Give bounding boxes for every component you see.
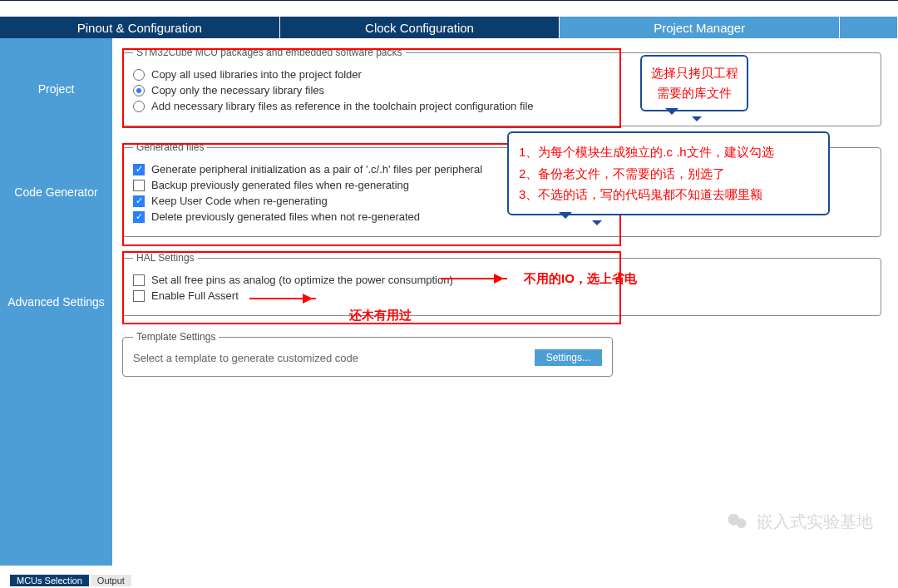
- wechat-icon: [725, 509, 750, 534]
- annotation-io: 不用的IO，选上省电: [524, 271, 637, 287]
- check-backup[interactable]: [133, 180, 145, 191]
- check-set-analog[interactable]: [133, 274, 145, 286]
- sidebar: Project Code Generator Advanced Settings: [0, 38, 112, 566]
- template-legend: Template Settings: [133, 331, 219, 343]
- radio-copy-all[interactable]: [133, 69, 145, 81]
- callout2-line3: 3、不选的话，写的代码鬼都不知道去哪里额: [519, 184, 818, 205]
- sidebar-item-advanced-settings[interactable]: Advanced Settings: [0, 244, 112, 360]
- check-delete-prev[interactable]: [133, 211, 145, 223]
- template-text: Select a template to generate customized…: [133, 352, 358, 364]
- sidebar-item-project[interactable]: Project: [0, 38, 112, 140]
- hal-fieldset: HAL Settings Set all free pins as analog…: [122, 252, 881, 316]
- window-top-border: [0, 0, 898, 17]
- label-copy-all[interactable]: Copy all used libraries into the project…: [151, 68, 362, 81]
- settings-button[interactable]: Settings...: [535, 349, 602, 366]
- check-full-assert[interactable]: [133, 290, 145, 302]
- watermark: 嵌入式实验基地: [725, 509, 873, 534]
- main-tabs: Pinout & Configuration Clock Configurati…: [0, 17, 898, 38]
- callout2-line2: 2、备份老文件，不需要的话，别选了: [519, 163, 818, 185]
- watermark-text: 嵌入式实验基地: [757, 511, 873, 533]
- template-fieldset: Template Settings Select a template to g…: [122, 331, 613, 377]
- packages-legend: STM32Cube MCU packages and embedded soft…: [133, 47, 406, 58]
- bottom-tabs: MCUs Selection Output: [10, 575, 131, 586]
- radio-copy-necessary[interactable]: [133, 85, 145, 96]
- content-panel: STM32Cube MCU packages and embedded soft…: [112, 38, 898, 566]
- generated-legend: Generated files: [133, 141, 207, 153]
- arrow-assert: [249, 298, 316, 299]
- label-add-reference[interactable]: Add necessary library files as reference…: [151, 100, 534, 112]
- tab-project-manager[interactable]: Project Manager: [560, 17, 840, 38]
- tab-clock[interactable]: Clock Configuration: [280, 17, 560, 38]
- callout-packages: 选择只拷贝工程 需要的库文件: [640, 55, 748, 111]
- tab-filler: [840, 17, 898, 38]
- callout1-line2: 需要的库文件: [649, 83, 740, 103]
- callout-generated: 1、为每个模块生成独立的.c .h文件，建议勾选 2、备份老文件，不需要的话，别…: [507, 131, 830, 215]
- hal-legend: HAL Settings: [133, 252, 198, 264]
- annotation-assert: 还木有用过: [349, 308, 412, 324]
- radio-add-reference[interactable]: [133, 101, 145, 112]
- arrow-io: [441, 278, 507, 279]
- callout1-line1: 选择只拷贝工程: [649, 63, 740, 83]
- label-backup[interactable]: Backup previously generated files when r…: [151, 179, 409, 191]
- tab-pinout[interactable]: Pinout & Configuration: [0, 17, 280, 38]
- callout2-line1: 1、为每个模块生成独立的.c .h文件，建议勾选: [519, 141, 818, 163]
- label-delete-prev[interactable]: Delete previously generated files when n…: [151, 210, 420, 223]
- label-generate-pair[interactable]: Generate peripheral initialization as a …: [151, 163, 482, 175]
- packages-fieldset: STM32Cube MCU packages and embedded soft…: [122, 47, 881, 126]
- label-set-analog[interactable]: Set all free pins as analog (to optimize…: [151, 274, 453, 286]
- bottom-tab-output[interactable]: Output: [91, 575, 131, 586]
- svg-point-1: [737, 519, 747, 529]
- check-keep-user-code[interactable]: [133, 195, 145, 207]
- label-copy-necessary[interactable]: Copy only the necessary library files: [151, 84, 324, 96]
- label-full-assert[interactable]: Enable Full Assert: [151, 289, 239, 302]
- bottom-tab-mcus[interactable]: MCUs Selection: [10, 575, 89, 586]
- sidebar-filler: [0, 360, 112, 566]
- label-keep-user-code[interactable]: Keep User Code when re-generating: [151, 195, 328, 207]
- check-generate-pair[interactable]: [133, 164, 145, 175]
- sidebar-item-code-generator[interactable]: Code Generator: [0, 140, 112, 244]
